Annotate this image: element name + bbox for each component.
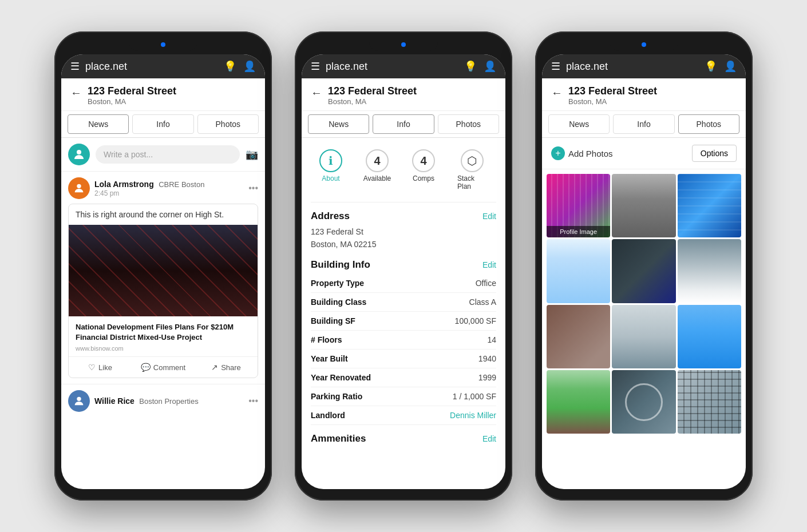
news-post-2-preview: Willie Rice Boston Properties •••	[61, 384, 265, 418]
parking-label: Parking Ratio	[311, 392, 362, 401]
share-button[interactable]: ↗ Share	[195, 360, 258, 374]
photo-4[interactable]	[547, 239, 610, 303]
post-author-name: Lola Armstrong	[94, 180, 154, 189]
post2-avatar	[68, 390, 90, 412]
post-source: www.bisnow.com	[69, 345, 258, 356]
like-button[interactable]: ♡ Like	[69, 360, 132, 374]
app-title: place.net	[85, 61, 127, 73]
tab-photos-3[interactable]: Photos	[678, 114, 739, 134]
comment-label: Comment	[153, 363, 185, 372]
info-sub-tabs: ℹ About 4 Available 4 Comps ⬡	[311, 138, 496, 203]
photo-8[interactable]	[612, 305, 675, 368]
photo-12[interactable]	[678, 370, 741, 434]
tab-news-3[interactable]: News	[548, 114, 610, 134]
photo-3-image	[678, 174, 741, 237]
photo-11[interactable]	[612, 370, 675, 434]
tab-bar-3: News Info Photos	[542, 111, 746, 138]
camera-icon[interactable]: 📷	[246, 148, 258, 161]
post-author-details: Lola Armstrong CBRE Boston 2:45 pm	[94, 179, 204, 197]
hamburger-icon[interactable]: ☰	[70, 60, 80, 73]
share-label: Share	[221, 363, 241, 372]
compose-input[interactable]: Write a post...	[96, 145, 240, 164]
page-title-2: 123 Federal Street	[328, 85, 417, 97]
page-title-group-2: 123 Federal Street Boston, MA	[328, 85, 417, 106]
tab-info[interactable]: Info	[132, 114, 193, 134]
address-edit[interactable]: Edit	[482, 212, 496, 221]
app-title-3: place.net	[566, 61, 608, 73]
parking-value: 1 / 1,000 SF	[453, 392, 496, 401]
user-icon-2[interactable]: 👤	[484, 60, 496, 73]
add-photos-label: Add Photos	[568, 149, 613, 158]
page-subtitle-3: Boston, MA	[568, 97, 657, 106]
post-card-text: This is right around the corner on High …	[69, 204, 258, 225]
header-right-2: 💡 👤	[464, 60, 496, 73]
post-card: This is right around the corner on High …	[68, 204, 258, 378]
photo-10-image	[547, 370, 610, 434]
notch-2	[369, 38, 438, 51]
photo-6-image	[678, 239, 741, 303]
profile-image-label: Profile Image	[547, 226, 610, 237]
photo-9[interactable]	[678, 305, 741, 368]
post-more-button[interactable]: •••	[248, 183, 258, 193]
building-sf-value: 100,000 SF	[455, 316, 496, 325]
tab-info-2[interactable]: Info	[373, 114, 434, 134]
photo-1[interactable]: Profile Image	[547, 174, 610, 237]
bulb-icon[interactable]: 💡	[224, 60, 236, 73]
building-class-label: Building Class	[311, 297, 366, 307]
notch-dot-2	[401, 42, 406, 47]
info-row-year-built: Year Built 1940	[311, 350, 496, 368]
info-tab-about[interactable]: ℹ About	[311, 145, 351, 195]
back-button-2[interactable]: ←	[311, 86, 322, 100]
page-subtitle: Boston, MA	[88, 97, 176, 106]
post2-more-button[interactable]: •••	[248, 396, 258, 406]
heart-icon: ♡	[88, 363, 96, 372]
amenities-edit[interactable]: Edit	[482, 434, 496, 443]
bulb-icon-2[interactable]: 💡	[464, 60, 477, 73]
tab-news-2[interactable]: News	[308, 114, 369, 134]
hamburger-icon-3[interactable]: ☰	[551, 60, 560, 73]
photo-2[interactable]	[612, 174, 675, 237]
info-row-parking: Parking Ratio 1 / 1,000 SF	[311, 387, 496, 406]
photo-7[interactable]	[547, 305, 610, 368]
options-button[interactable]: Options	[692, 145, 737, 162]
building-class-value: Class A	[469, 297, 496, 307]
back-button[interactable]: ←	[70, 86, 82, 100]
compose-bar: Write a post... 📷	[61, 138, 265, 172]
address-header: Address Edit	[311, 211, 496, 222]
info-tab-available[interactable]: 4 Available	[355, 145, 399, 195]
info-tab-comps[interactable]: 4 Comps	[404, 145, 444, 195]
landlord-value[interactable]: Dennis Miller	[450, 411, 496, 420]
phone-news: ☰ place.net 💡 👤 ← 123 Federal Street Bos…	[54, 31, 272, 501]
comps-count: 4	[412, 149, 435, 172]
hamburger-icon-2[interactable]: ☰	[311, 60, 320, 73]
tab-news[interactable]: News	[68, 114, 129, 134]
photo-4-image	[547, 239, 610, 303]
bulb-icon-3[interactable]: 💡	[705, 60, 717, 73]
user-icon-3[interactable]: 👤	[724, 60, 737, 73]
year-renovated-label: Year Renovated	[311, 373, 371, 382]
info-row-property-type: Property Type Office	[311, 274, 496, 293]
building-info-edit[interactable]: Edit	[482, 260, 496, 269]
info-tab-stack[interactable]: ⬡ Stack Plan	[448, 145, 496, 195]
phone-screen-2: ☰ place.net 💡 👤 ← 123 Federal Street Bos…	[302, 54, 505, 489]
tab-photos[interactable]: Photos	[197, 114, 259, 134]
user-icon[interactable]: 👤	[243, 60, 256, 73]
app-header-2: ☰ place.net 💡 👤	[302, 54, 505, 78]
add-photos-button[interactable]: + Add Photos	[551, 146, 613, 160]
page-title-group-3: 123 Federal Street Boston, MA	[568, 85, 657, 106]
building-info-section: Building Info Edit Property Type Office …	[311, 259, 496, 425]
photo-6[interactable]	[678, 239, 741, 303]
photos-header: + Add Photos Options	[542, 138, 746, 169]
tab-info-3[interactable]: Info	[613, 114, 674, 134]
app-title-2: place.net	[326, 61, 367, 73]
comment-button[interactable]: 💬 Comment	[132, 360, 195, 374]
post-time: 2:45 pm	[94, 189, 204, 197]
tab-photos-2[interactable]: Photos	[438, 114, 499, 134]
notch-bar	[61, 38, 265, 54]
photo-3[interactable]	[678, 174, 741, 237]
photo-10[interactable]	[547, 370, 610, 434]
photo-5[interactable]	[612, 239, 675, 303]
back-button-3[interactable]: ←	[551, 86, 563, 100]
page-title: 123 Federal Street	[88, 85, 176, 97]
post2-author-details: Willie Rice Boston Properties	[94, 396, 199, 406]
